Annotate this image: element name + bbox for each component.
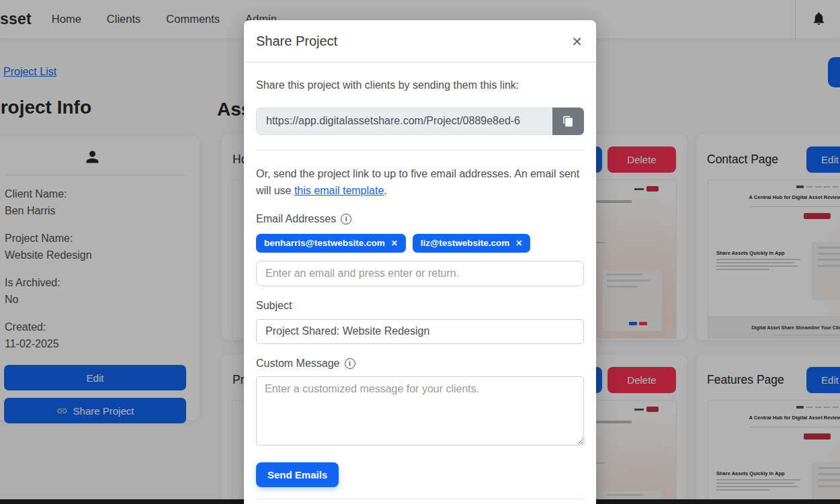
custom-message-textarea[interactable]	[256, 376, 584, 446]
email-chip-text: benharris@testwebsite.com	[264, 238, 385, 248]
subject-input[interactable]	[256, 319, 584, 344]
email-chip-text: liz@testwebsite.com	[421, 238, 509, 248]
share-url-input[interactable]	[256, 108, 552, 135]
email-intro-text: Or, send the project link to up to five …	[256, 165, 584, 200]
email-addresses-label: Email Addresses	[256, 213, 336, 225]
custom-message-label: Custom Message	[256, 358, 340, 370]
email-chips-row: benharris@testwebsite.com ✕ liz@testwebs…	[256, 234, 584, 253]
modal-footer	[256, 499, 584, 504]
share-intro-text: Share this project with clients by sendi…	[256, 77, 584, 94]
remove-email-icon[interactable]: ✕	[515, 239, 522, 248]
modal-header: Share Project ✕	[244, 20, 596, 62]
remove-email-icon[interactable]: ✕	[391, 239, 398, 248]
email-entry-input[interactable]	[256, 261, 584, 286]
subject-label-row: Subject	[256, 300, 584, 312]
share-project-modal: Share Project ✕ Share this project with …	[244, 20, 596, 504]
send-emails-label: Send Emails	[267, 469, 327, 480]
copy-link-button[interactable]	[552, 108, 584, 135]
subject-label: Subject	[256, 300, 292, 312]
close-icon[interactable]: ✕	[571, 35, 583, 48]
share-link-group	[256, 108, 584, 135]
modal-divider	[256, 150, 584, 151]
modal-title: Share Project	[256, 34, 337, 49]
app-screen: sset Home Clients Comments Admin Project…	[0, 0, 840, 504]
email-addresses-label-row: Email Addresses i	[256, 213, 584, 225]
email-chip: liz@testwebsite.com ✕	[413, 234, 531, 253]
copy-icon	[562, 116, 574, 127]
info-icon[interactable]: i	[341, 214, 351, 224]
send-emails-button[interactable]: Send Emails	[256, 462, 339, 487]
email-template-link[interactable]: this email template	[294, 185, 384, 196]
info-icon[interactable]: i	[345, 358, 355, 369]
email-chip: benharris@testwebsite.com ✕	[256, 234, 406, 253]
modal-body: Share this project with clients by sendi…	[244, 62, 596, 504]
email-intro-after: .	[384, 185, 386, 196]
custom-message-label-row: Custom Message i	[256, 358, 584, 370]
